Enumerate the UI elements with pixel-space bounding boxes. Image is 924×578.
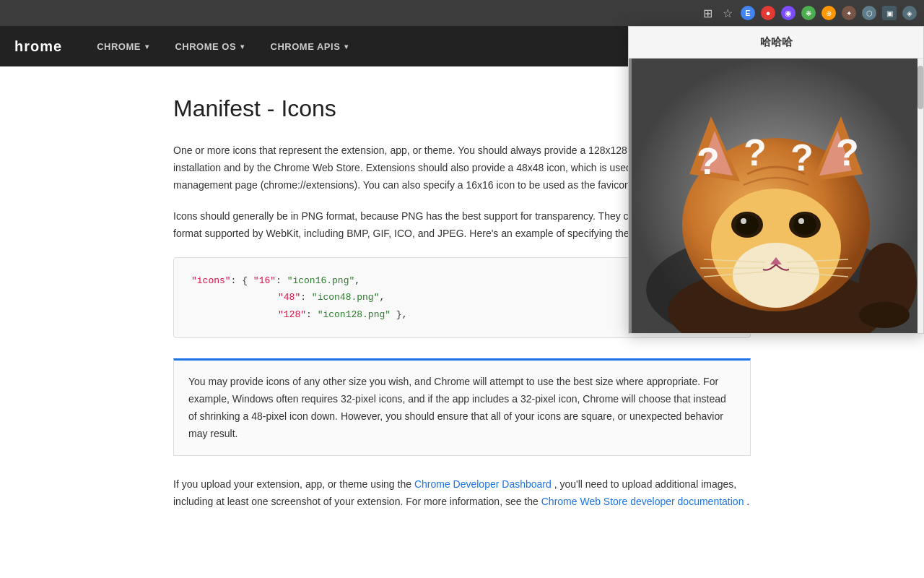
note-box: You may provide icons of any other size … (173, 358, 751, 456)
apis-arrow-icon: ▾ (344, 43, 349, 51)
code-key-icons: "icons" (191, 275, 231, 286)
code-key-16: "16" (253, 275, 276, 286)
paragraph-3-before: If you upload your extension, app, or th… (173, 478, 414, 490)
paragraph-3: If you upload your extension, app, or th… (173, 476, 751, 511)
popup-scrollbar[interactable] (918, 59, 923, 333)
extension5-icon[interactable]: ⊕ (820, 4, 837, 22)
code-key-48: "48" (278, 292, 300, 303)
chrome-arrow-icon: ▾ (145, 43, 149, 51)
bookmark-icon[interactable]: ☆ (719, 4, 736, 22)
svg-point-5 (733, 243, 819, 308)
svg-point-11 (736, 215, 759, 235)
svg-point-15 (798, 218, 804, 224)
svg-text:?: ? (790, 137, 814, 178)
extension9-icon[interactable]: ◈ (901, 4, 918, 22)
translate-icon[interactable]: ⊞ (699, 4, 716, 22)
cat-image: ? ? ? ? (629, 59, 923, 333)
extension4-icon[interactable]: ❋ (800, 4, 817, 22)
code-val-16: "icon16.png" (287, 275, 355, 286)
paragraph-3-after: . (746, 496, 749, 507)
popup-body: ? ? ? ? (629, 59, 923, 333)
svg-text:?: ? (697, 140, 720, 182)
svg-text:?: ? (744, 131, 767, 173)
extension3-icon[interactable]: ◉ (780, 4, 797, 22)
extension8-icon[interactable]: ▣ (881, 4, 898, 22)
extension6-icon[interactable]: ✦ (840, 4, 858, 22)
popup-overlay: 哈哈哈 (628, 26, 924, 334)
scrollbar-thumb[interactable] (918, 66, 923, 109)
svg-point-28 (859, 302, 910, 328)
cat-svg: ? ? ? ? (629, 59, 923, 333)
extension-icons-area: ⊞ ☆ E ● ◉ ❋ ⊕ ✦ ⬡ ▣ ◈ (699, 4, 918, 22)
browser-toolbar: ⊞ ☆ E ● ◉ ❋ ⊕ ✦ ⬡ ▣ ◈ (0, 0, 924, 26)
code-key-128: "128" (278, 309, 306, 320)
svg-point-14 (793, 215, 816, 235)
chrome-developer-dashboard-link[interactable]: Chrome Developer Dashboard (414, 478, 552, 490)
nav-item-chrome-apis[interactable]: CHROME APIS ▾ (258, 26, 362, 66)
popup-header: 哈哈哈 (629, 27, 923, 59)
site-logo: hrome (14, 38, 62, 55)
note-text: You may provide icons of any other size … (188, 374, 736, 442)
svg-text:?: ? (836, 131, 859, 173)
extension2-icon[interactable]: ● (759, 4, 777, 22)
popup-title: 哈哈哈 (760, 35, 793, 48)
extension1-icon[interactable]: E (739, 4, 757, 22)
svg-point-12 (741, 218, 746, 224)
nav-item-chrome-os[interactable]: CHROME OS ▾ (162, 26, 257, 66)
code-val-48: "icon48.png" (312, 292, 380, 303)
chromeos-arrow-icon: ▾ (240, 43, 245, 51)
nav-item-chrome[interactable]: CHROME ▾ (84, 26, 162, 66)
extension7-icon[interactable]: ⬡ (860, 4, 878, 22)
chrome-web-store-docs-link[interactable]: Chrome Web Store developer documentation (541, 496, 744, 507)
code-val-128: "icon128.png" (318, 309, 391, 320)
